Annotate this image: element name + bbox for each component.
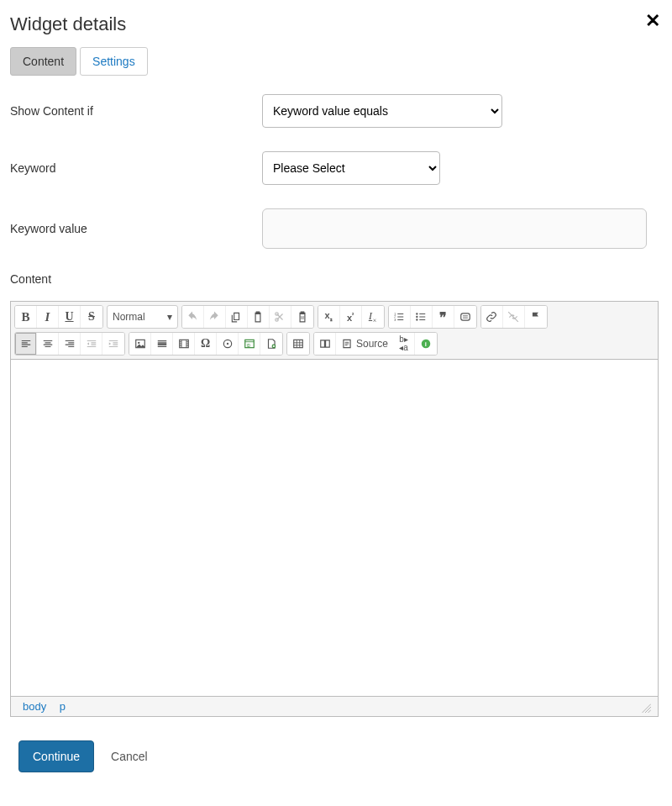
editor-toolbar: B I U S Normal ▾ (11, 302, 658, 360)
scissors-icon (274, 311, 286, 323)
rich-text-editor: B I U S Normal ▾ (10, 301, 659, 717)
format-dropdown[interactable]: Normal ▾ (107, 305, 178, 329)
tabs: Content Settings (10, 47, 659, 76)
info-icon: i (420, 338, 432, 350)
format-dropdown-label: Normal (113, 311, 145, 323)
close-button[interactable]: ✕ (645, 12, 660, 30)
tab-settings[interactable]: Settings (80, 47, 148, 76)
div-container-button[interactable] (454, 306, 476, 328)
numbered-list-button[interactable]: 123 (389, 306, 411, 328)
clipboard-icon (252, 311, 264, 323)
svg-text:i: i (425, 340, 427, 348)
align-right-button[interactable] (59, 333, 81, 355)
unlink-icon (507, 311, 519, 323)
svg-text:ID: ID (246, 344, 250, 348)
hr-icon (156, 338, 168, 350)
align-left-icon (20, 338, 32, 350)
row-keyword: Keyword Please Select (10, 151, 659, 185)
editor-content-area[interactable] (11, 360, 658, 696)
row-keyword-value: Keyword value (10, 208, 659, 249)
anchor-button[interactable] (525, 306, 547, 328)
paste-from-word-button[interactable]: W (291, 306, 313, 328)
film-icon (178, 338, 190, 350)
insert-template-button[interactable] (260, 333, 282, 355)
undo-button[interactable] (182, 306, 204, 328)
continue-button[interactable]: Continue (18, 740, 94, 772)
link-button[interactable] (481, 306, 503, 328)
page-break-button[interactable] (314, 333, 336, 355)
italic-button[interactable]: I (37, 306, 59, 328)
about-button[interactable]: i (415, 333, 437, 355)
resize-handle[interactable] (639, 701, 651, 713)
align-center-button[interactable] (37, 333, 59, 355)
cut-button[interactable] (270, 306, 291, 328)
blockquote-button[interactable]: ❞ (433, 306, 454, 328)
chevron-down-icon: ▾ (167, 311, 172, 323)
table-icon (292, 338, 304, 350)
subscript-button[interactable]: x₂ (318, 306, 340, 328)
indent-icon (108, 338, 119, 350)
unordered-list-icon (415, 311, 427, 323)
disc-icon (222, 338, 234, 350)
redo-button[interactable] (204, 306, 226, 328)
indent-button[interactable] (102, 333, 124, 355)
unlink-button[interactable] (503, 306, 525, 328)
copy-icon (230, 311, 242, 323)
container-icon (459, 311, 471, 323)
path-body[interactable]: body (18, 698, 51, 714)
underline-button[interactable]: U (59, 306, 81, 328)
editor-footer: body p (11, 696, 658, 716)
outdent-button[interactable] (81, 333, 102, 355)
copy-button[interactable] (226, 306, 248, 328)
image-button[interactable] (129, 333, 151, 355)
row-show-content-if: Show Content if Keyword value equals (10, 94, 659, 128)
keyword-value-input[interactable] (262, 208, 647, 249)
strikethrough-button[interactable]: S (81, 306, 102, 328)
bulleted-list-button[interactable] (411, 306, 433, 328)
flag-icon (530, 311, 542, 323)
image-icon (134, 338, 146, 350)
show-content-if-select[interactable]: Keyword value equals (262, 94, 502, 128)
svg-text:W: W (300, 316, 304, 320)
link-icon (486, 311, 497, 323)
svg-point-14 (226, 343, 228, 345)
path-p[interactable]: p (55, 698, 71, 714)
resize-icon (639, 701, 651, 713)
svg-point-7 (416, 316, 417, 318)
svg-point-11 (138, 342, 139, 344)
video-button[interactable] (173, 333, 195, 355)
align-left-button[interactable] (15, 333, 37, 355)
paste-button[interactable] (248, 306, 270, 328)
svg-point-8 (416, 319, 417, 320)
horizontal-rule-button[interactable] (151, 333, 173, 355)
keyword-label: Keyword (10, 161, 262, 175)
modal-actions: Continue Cancel (10, 740, 659, 772)
embed-media-button[interactable] (217, 333, 239, 355)
remove-format-button[interactable]: I× (362, 306, 384, 328)
source-icon (341, 338, 353, 350)
svg-point-6 (416, 313, 417, 314)
text-direction-button[interactable]: b▸◂a (393, 333, 415, 355)
iframe-button[interactable]: ID (239, 333, 260, 355)
element-path: body p (18, 700, 71, 713)
bold-button[interactable]: B (15, 306, 37, 328)
table-button[interactable] (287, 333, 309, 355)
paste-word-icon: W (297, 311, 308, 323)
content-label: Content (10, 272, 659, 286)
book-icon (319, 338, 331, 350)
keyword-value-label: Keyword value (10, 222, 262, 235)
outdent-icon (86, 338, 97, 350)
modal-title: Widget details (10, 13, 659, 35)
svg-rect-18 (294, 340, 303, 347)
source-label: Source (356, 338, 388, 350)
align-right-icon (64, 338, 76, 350)
svg-text:3: 3 (394, 319, 396, 322)
svg-rect-9 (460, 313, 470, 320)
cancel-button[interactable]: Cancel (111, 750, 148, 763)
superscript-button[interactable]: x² (340, 306, 362, 328)
source-button[interactable]: Source (336, 333, 393, 355)
keyword-select[interactable]: Please Select (262, 151, 440, 185)
special-char-button[interactable]: Ω (195, 333, 217, 355)
align-center-icon (42, 338, 54, 350)
tab-content[interactable]: Content (10, 47, 76, 76)
